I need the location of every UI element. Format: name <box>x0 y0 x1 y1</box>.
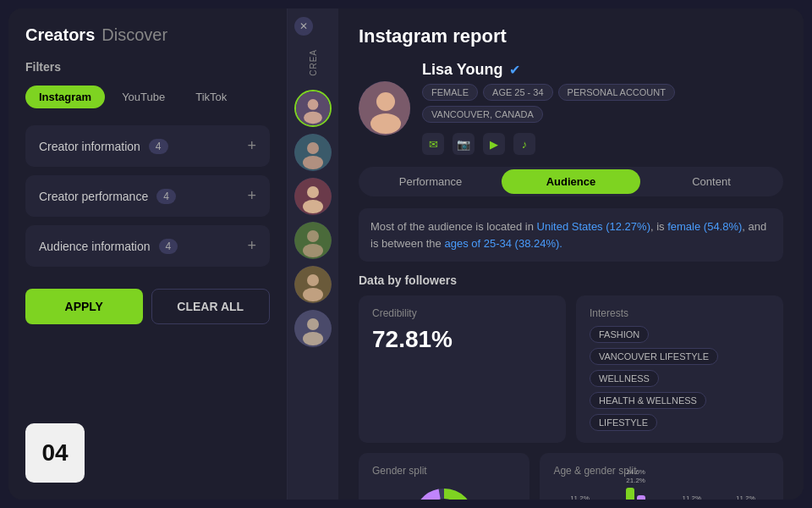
creator-avatar-5[interactable] <box>294 266 332 303</box>
filter-expand-icon-creator-perf: + <box>247 187 256 205</box>
top-cards-row: Credibility 72.81% Interests FASHION VAN… <box>359 295 783 443</box>
bar-group: 24.6% 21.2% 25 - 34 <box>624 468 648 500</box>
interest-tag-lifestyle: LIFESTYLE <box>590 414 657 431</box>
interests-card: Interests FASHION VANCOUVER LIFESTYLE WE… <box>576 295 783 443</box>
creator-tag-age: AGE 25 - 34 <box>483 84 553 101</box>
bar-chart: 11.2% 12.2% 18 - 24 24.6% 21.2% 25 - 34 … <box>553 485 770 500</box>
close-button[interactable]: ✕ <box>294 17 313 36</box>
svg-point-11 <box>303 244 323 257</box>
age-gender-split-card: Age & gender split 11.2% 12.2% 18 - 24 2… <box>540 453 783 500</box>
svg-point-5 <box>303 156 323 169</box>
creator-tags: FEMALE AGE 25 - 34 PERSONAL ACCOUNT VANC… <box>422 84 783 123</box>
filter-badge-creator-perf: 4 <box>156 189 176 204</box>
filter-badge-audience-info: 4 <box>159 239 178 254</box>
credibility-card: Credibility 72.81% <box>359 295 566 443</box>
creator-info: Lisa Young ✔ FEMALE AGE 25 - 34 PERSONAL… <box>422 61 783 155</box>
data-by-followers-label: Data by followers <box>359 273 783 287</box>
platform-tabs: Instagram YouTube TikTok <box>25 86 270 108</box>
filter-section-creator-perf[interactable]: Creator performance 4 + <box>25 175 270 217</box>
interest-tag-wellness: WELLNESS <box>590 370 659 387</box>
filter-label-audience-info: Audience information <box>39 240 151 253</box>
sidebar-title-creators: Creators <box>25 25 95 45</box>
creator-photo <box>359 81 410 135</box>
creator-avatar-4[interactable] <box>294 222 332 259</box>
tiktok-icon[interactable]: ♪ <box>513 133 535 155</box>
highlight-gender: female (54.8%) <box>667 220 742 233</box>
svg-point-20 <box>370 113 401 134</box>
interest-tag-vancouver: VANCOUVER LIFESTYLE <box>590 348 718 365</box>
platform-tab-instagram[interactable]: Instagram <box>25 86 105 108</box>
sidebar: Creators Discover Filters Instagram YouT… <box>8 8 288 500</box>
creator-name-row: Lisa Young ✔ <box>422 61 783 79</box>
interest-tags: FASHION VANCOUVER LIFESTYLE WELLNESS HEA… <box>590 326 770 431</box>
sidebar-title-discover: Discover <box>102 25 167 45</box>
creator-tag-location: VANCOUVER, CANADA <box>422 106 543 123</box>
clear-all-button[interactable]: CLEAR ALL <box>151 289 271 324</box>
instagram-icon[interactable]: 📷 <box>453 133 475 155</box>
youtube-icon[interactable]: ▶ <box>483 133 505 155</box>
filter-expand-icon-creator-info: + <box>247 137 256 155</box>
platform-tab-youtube[interactable]: YouTube <box>108 86 178 108</box>
report-title: Instagram report <box>359 25 783 47</box>
sidebar-header: Creators Discover <box>25 25 270 45</box>
svg-point-17 <box>303 332 323 345</box>
donut-chart <box>372 485 516 500</box>
filter-section-creator-info[interactable]: Creator information 4 + <box>25 125 270 167</box>
report-panel: Instagram report Lisa Young ✔ FEMALE AGE… <box>338 8 804 500</box>
creator-tag-account-type: PERSONAL ACCOUNT <box>558 84 675 101</box>
bar-group: 11.2% 12.2% 18 - 24 <box>568 494 591 500</box>
svg-point-16 <box>307 318 319 330</box>
svg-point-4 <box>307 142 319 154</box>
filter-label-creator-info: Creator information <box>39 140 140 153</box>
gender-split-label: Gender split <box>372 465 516 477</box>
creator-header: Lisa Young ✔ FEMALE AGE 25 - 34 PERSONAL… <box>359 61 783 155</box>
bar-group: 11.2% 12.2% 45 + <box>736 494 755 500</box>
credibility-label: Credibility <box>372 307 552 319</box>
filter-section-audience-info[interactable]: Audience information 4 + <box>25 225 270 267</box>
svg-point-2 <box>304 111 322 124</box>
apply-button[interactable]: APPLY <box>25 289 143 324</box>
interest-tag-health-wellness: HEALTH & WELLNESS <box>590 392 706 409</box>
tab-performance[interactable]: Performance <box>361 169 500 194</box>
platform-tab-tiktok[interactable]: TikTok <box>182 86 240 108</box>
creator-avatar-1[interactable] <box>294 90 332 127</box>
page-number: 04 <box>41 439 68 467</box>
svg-point-10 <box>307 230 319 242</box>
highlight-age: ages of 25-34 (38.24%). <box>444 237 562 250</box>
filters-label: Filters <box>25 60 270 74</box>
filter-expand-icon-audience-info: + <box>247 237 256 255</box>
email-icon[interactable]: ✉ <box>422 133 444 155</box>
filter-badge-creator-info: 4 <box>149 139 168 154</box>
gender-split-card: Gender split Female <box>359 453 529 500</box>
svg-point-7 <box>307 186 319 198</box>
bar-male <box>637 495 645 500</box>
bar-group-bars <box>626 488 645 500</box>
credibility-value: 72.81% <box>372 326 552 353</box>
highlight-location: United States (12.27%) <box>537 220 650 233</box>
audience-summary: Most of the audience is located in Unite… <box>359 208 783 262</box>
creator-avatar-2[interactable] <box>294 134 332 171</box>
verified-icon: ✔ <box>509 62 520 78</box>
action-buttons: APPLY CLEAR ALL <box>25 289 270 324</box>
creator-list-label: CREA <box>309 49 318 76</box>
creator-tag-female: FEMALE <box>422 84 478 101</box>
interests-label: Interests <box>590 307 770 319</box>
svg-point-19 <box>376 92 395 111</box>
age-gender-split-label: Age & gender split <box>553 465 770 477</box>
bar-female <box>626 488 634 500</box>
page-number-box: 04 <box>25 423 85 483</box>
filter-label-creator-perf: Creator performance <box>39 190 148 203</box>
tab-audience[interactable]: Audience <box>502 169 640 194</box>
creator-avatar-6[interactable] <box>294 310 332 347</box>
svg-point-14 <box>303 288 323 301</box>
creator-name: Lisa Young <box>422 61 502 79</box>
svg-point-13 <box>307 274 319 286</box>
creator-list: ✕ CREA <box>288 8 338 500</box>
creator-social-icons: ✉ 📷 ▶ ♪ <box>422 133 783 155</box>
bar-group: 11.2% 12.2% 35 - 44 <box>680 494 704 500</box>
bottom-cards-row: Gender split Female <box>359 453 783 500</box>
svg-point-1 <box>308 99 319 110</box>
tab-content[interactable]: Content <box>642 169 781 194</box>
interest-tag-fashion: FASHION <box>590 326 649 343</box>
creator-avatar-3[interactable] <box>294 178 332 215</box>
